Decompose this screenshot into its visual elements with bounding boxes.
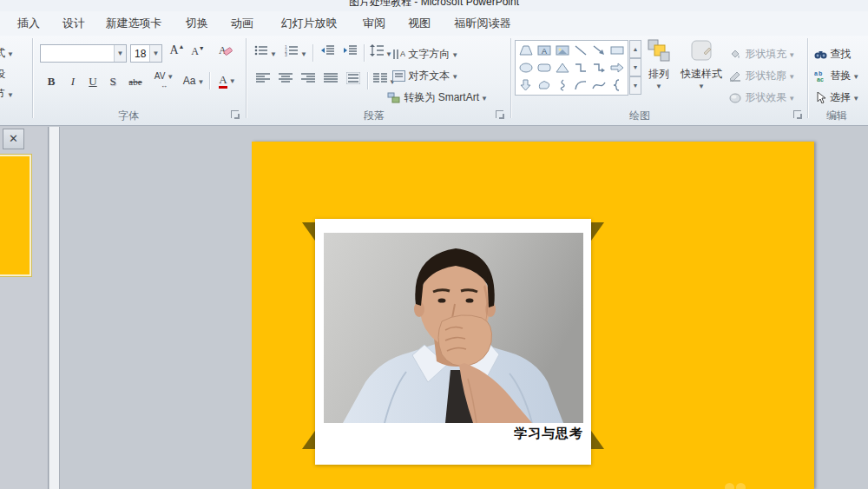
shrink-font-button[interactable]: A▼ [188, 43, 207, 63]
align-right-button[interactable] [298, 72, 319, 91]
slide-caption[interactable]: 学习与思考 [514, 426, 583, 442]
smartart-icon [387, 92, 401, 103]
slide-thumbnail-1[interactable] [0, 155, 31, 276]
clear-formatting-button[interactable]: A [214, 43, 235, 62]
title-bar: 图片处理教程 - Microsoft PowerPoint [0, 0, 868, 11]
button-separator [364, 44, 365, 62]
shape-triangle-icon[interactable] [553, 59, 571, 76]
find-button[interactable]: 查找 [814, 47, 851, 62]
numbering-button[interactable]: 123 ▼ [283, 44, 309, 63]
tab-slideshow[interactable]: 幻灯片放映 [273, 11, 345, 36]
shape-left-brace-icon[interactable] [608, 76, 626, 94]
shape-freeform-icon[interactable] [535, 76, 553, 94]
gallery-scroll-down-button[interactable]: ▼ [629, 58, 641, 76]
bullets-button[interactable]: ▼ [253, 44, 279, 63]
character-spacing-button[interactable]: AV▼↔ [151, 70, 177, 89]
align-left-button[interactable] [253, 72, 273, 91]
arrange-button[interactable]: 排列 ▼ [641, 39, 676, 100]
shape-rounded-rectangle-icon[interactable] [535, 59, 553, 76]
slide-canvas[interactable]: 学习与思考 [252, 142, 814, 489]
shape-effects-button[interactable]: 形状效果▼ [729, 90, 795, 105]
shape-arc-icon[interactable] [571, 76, 589, 94]
window-title: 图片处理教程 - Microsoft PowerPoint [0, 0, 868, 10]
font-size-combo[interactable]: 18 ▼ [130, 44, 162, 63]
button-separator [312, 44, 313, 62]
clear-formatting-icon: A [217, 43, 233, 58]
distribute-text-icon [346, 72, 360, 84]
svg-text:a: a [814, 70, 818, 76]
group-separator [807, 38, 808, 118]
tab-design[interactable]: 设计 [57, 11, 90, 36]
drawing-dialog-launcher[interactable] [793, 110, 801, 118]
shape-right-block-arrow-icon[interactable] [608, 59, 626, 76]
line-spacing-button[interactable]: ▼ [368, 44, 394, 63]
font-dialog-launcher[interactable] [231, 110, 239, 118]
text-shadow-button[interactable]: S [104, 72, 122, 91]
distribute-button[interactable] [343, 72, 364, 91]
gallery-scroll-up-button[interactable]: ▲ [629, 40, 641, 58]
chevron-down-icon[interactable]: ▼ [114, 45, 126, 62]
bold-button[interactable]: B [42, 72, 61, 91]
shape-scribble-icon[interactable] [553, 76, 571, 94]
pane-splitter[interactable] [49, 127, 60, 489]
shape-picture-placeholder-icon[interactable] [553, 42, 571, 59]
layout-button[interactable]: 式▼ [0, 46, 14, 61]
shape-elbow-arrow-connector-icon[interactable] [589, 59, 608, 76]
group-separator [246, 38, 247, 118]
tab-view[interactable]: 视图 [403, 11, 436, 36]
change-case-button[interactable]: Aa▼ [181, 72, 207, 91]
thinking-man-photo[interactable] [324, 233, 583, 423]
italic-button[interactable]: I [64, 72, 82, 91]
shape-text-box-icon[interactable]: A [535, 42, 553, 59]
tab-review[interactable]: 审阅 [358, 11, 391, 36]
button-separator [367, 72, 368, 89]
section-button[interactable]: 节▼ [0, 87, 14, 102]
shape-elbow-connector-icon[interactable] [571, 59, 589, 76]
font-name-combo[interactable]: ▼ [40, 44, 127, 63]
text-direction-button[interactable]: A 文字方向▼ [392, 47, 458, 62]
justify-icon [324, 72, 338, 84]
shape-arrow-line-icon[interactable] [589, 42, 608, 59]
bullet-list-icon [254, 44, 268, 56]
align-text-button[interactable]: 对齐文本▼ [392, 69, 458, 83]
shape-rectangle-icon[interactable] [608, 42, 626, 59]
underline-button[interactable]: U [84, 72, 102, 91]
shape-curve-icon[interactable] [589, 76, 608, 94]
numbered-list-icon: 123 [285, 44, 299, 56]
chevron-down-icon: ▼ [7, 91, 14, 99]
gallery-more-button[interactable]: ▼ [629, 76, 641, 95]
align-center-icon [279, 72, 293, 84]
reset-button[interactable]: 设 [0, 67, 5, 82]
tab-new-tab[interactable]: 新建选项卡 [102, 11, 165, 36]
shape-line-icon[interactable] [571, 42, 589, 59]
shape-outline-icon [729, 70, 742, 82]
photo-frame[interactable]: 学习与思考 [315, 219, 591, 465]
text-direction-icon: A [392, 49, 405, 60]
strikethrough-button[interactable]: abe [124, 72, 147, 91]
tab-animations[interactable]: 动画 [226, 11, 259, 36]
increase-indent-button[interactable] [340, 44, 361, 63]
justify-button[interactable] [320, 72, 341, 91]
tab-insert[interactable]: 插入 [12, 11, 45, 36]
convert-to-smartart-button[interactable]: 转换为 SmartArt▼ [387, 90, 488, 105]
tab-transitions[interactable]: 切换 [181, 11, 214, 36]
shape-down-block-arrow-icon[interactable] [516, 76, 535, 94]
close-pane-button[interactable]: ✕ [3, 129, 24, 149]
select-button[interactable]: 选择▼ [814, 90, 859, 105]
grow-font-button[interactable]: A▲ [168, 43, 187, 63]
chevron-down-icon: ▼ [641, 83, 676, 90]
decrease-indent-button[interactable] [318, 44, 339, 63]
shapes-gallery[interactable]: A [515, 40, 628, 96]
watermark-logo [725, 480, 760, 489]
shape-trapezoid-icon[interactable] [516, 42, 535, 59]
quick-styles-button[interactable]: 快速样式 ▼ [678, 39, 725, 100]
shape-ellipse-icon[interactable] [516, 59, 535, 76]
paragraph-dialog-launcher[interactable] [496, 110, 503, 118]
shape-fill-button[interactable]: 形状填充▼ [729, 47, 795, 62]
chevron-down-icon[interactable]: ▼ [149, 45, 161, 62]
shape-outline-button[interactable]: 形状轮廓▼ [729, 69, 795, 83]
font-color-button[interactable]: A▼ [214, 71, 240, 90]
align-center-button[interactable] [275, 72, 296, 91]
tab-foxit-reader[interactable]: 福昕阅读器 [448, 11, 517, 36]
replace-button[interactable]: ab ac 替换▼ [814, 69, 859, 83]
